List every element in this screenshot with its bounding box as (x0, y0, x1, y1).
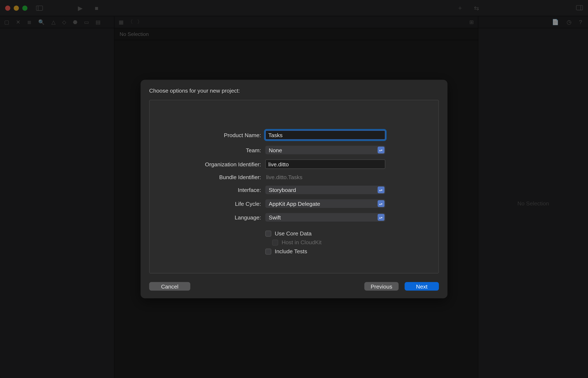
project-navigator-icon[interactable]: ▢ (4, 19, 9, 25)
bundle-id-value: live.ditto.Tasks (265, 174, 385, 181)
interface-select[interactable]: Storyboard ▴▾ (265, 186, 385, 194)
previous-button[interactable]: Previous (364, 282, 399, 291)
chevron-updown-icon: ▴▾ (378, 187, 385, 193)
new-project-options-sheet: Choose options for your new project: Pro… (140, 80, 447, 298)
language-select-value: Swift (269, 214, 281, 220)
chevron-updown-icon: ▴▾ (378, 214, 385, 221)
lifecycle-select-value: AppKit App Delegate (269, 200, 320, 207)
right-sidebar: No Selection (478, 28, 588, 378)
team-select[interactable]: None ▴▾ (265, 146, 385, 154)
window-controls (5, 5, 27, 11)
toggle-navigator-icon[interactable] (36, 4, 43, 11)
zoom-window-button[interactable] (22, 5, 27, 11)
xcode-window: ▶ ■ ＋ ⇆ ▢ ✕ ≣ 🔍 △ ◇ ⬣ ▭ ▤ ▦ 〈 〉 ⊞ (0, 0, 588, 378)
forward-icon[interactable]: 〉 (137, 18, 142, 26)
symbol-navigator-icon[interactable]: ≣ (27, 19, 31, 25)
chevron-updown-icon: ▴▾ (378, 200, 385, 207)
use-core-data-row: Use Core Data (265, 230, 430, 237)
chevron-updown-icon: ▴▾ (378, 147, 385, 153)
history-inspector-icon[interactable]: ◷ (567, 19, 571, 26)
svg-rect-0 (36, 6, 43, 10)
cancel-button[interactable]: Cancel (149, 282, 190, 291)
run-controls: ▶ ■ (78, 4, 98, 11)
source-control-navigator-icon[interactable]: ✕ (16, 19, 20, 25)
add-editor-icon[interactable]: ⊞ (469, 19, 474, 25)
bundle-id-label: Bundle Identifier: (158, 174, 261, 181)
close-window-button[interactable] (5, 5, 10, 11)
inspector-no-selection-label: No Selection (517, 200, 549, 206)
modal-title: Choose options for your new project: (149, 87, 439, 94)
modal-footer: Cancel Previous Next (149, 282, 439, 291)
related-items-icon[interactable]: ▦ (119, 19, 123, 25)
code-review-icon[interactable]: ⇆ (474, 4, 479, 11)
breakpoint-navigator-icon[interactable]: ▭ (84, 19, 89, 25)
modal-form: Product Name: Team: None ▴▾ Organization… (149, 100, 439, 274)
back-icon[interactable]: 〈 (128, 18, 133, 26)
report-navigator-icon[interactable]: ▤ (95, 19, 100, 25)
toggle-inspector-icon[interactable] (576, 4, 583, 11)
svg-rect-2 (576, 5, 583, 10)
run-button-icon[interactable]: ▶ (78, 4, 82, 11)
quick-help-icon[interactable]: ? (579, 19, 582, 26)
host-cloudkit-checkbox (272, 239, 278, 245)
find-navigator-icon[interactable]: 🔍 (38, 19, 45, 25)
left-sidebar (0, 28, 114, 378)
titlebar: ▶ ■ ＋ ⇆ (0, 0, 588, 16)
navigator-bar: ▢ ✕ ≣ 🔍 △ ◇ ⬣ ▭ ▤ ▦ 〈 〉 ⊞ 📄 ◷ ? (0, 16, 588, 28)
product-name-label: Product Name: (158, 132, 261, 138)
next-button[interactable]: Next (405, 282, 439, 291)
editor-path-bar: No Selection (114, 28, 478, 40)
lifecycle-label: Life Cycle: (158, 200, 261, 207)
minimize-window-button[interactable] (14, 5, 19, 11)
debug-navigator-icon[interactable]: ⬣ (73, 19, 77, 25)
org-id-input[interactable] (265, 159, 385, 169)
host-cloudkit-label: Host in CloudKit (282, 239, 321, 246)
interface-select-value: Storyboard (269, 187, 296, 193)
host-cloudkit-row: Host in CloudKit (272, 239, 430, 246)
use-core-data-checkbox[interactable] (265, 230, 271, 236)
include-tests-checkbox[interactable] (265, 248, 271, 255)
library-add-icon[interactable]: ＋ (457, 4, 463, 12)
stop-button-icon[interactable]: ■ (95, 4, 98, 11)
issue-navigator-icon[interactable]: △ (52, 19, 55, 25)
inspector-tabs: 📄 ◷ ? (478, 16, 588, 28)
file-inspector-icon[interactable]: 📄 (552, 19, 559, 26)
team-label: Team: (158, 147, 261, 153)
interface-label: Interface: (158, 187, 261, 193)
include-tests-row: Include Tests (265, 248, 430, 255)
language-select[interactable]: Swift ▴▾ (265, 213, 385, 222)
language-label: Language: (158, 214, 261, 220)
editor-no-selection-label: No Selection (120, 31, 149, 37)
navigator-tabs: ▢ ✕ ≣ 🔍 △ ◇ ⬣ ▭ ▤ (0, 16, 114, 28)
include-tests-label: Include Tests (275, 248, 307, 255)
lifecycle-select[interactable]: AppKit App Delegate ▴▾ (265, 199, 385, 208)
use-core-data-label: Use Core Data (275, 230, 311, 237)
test-navigator-icon[interactable]: ◇ (62, 19, 66, 25)
team-select-value: None (269, 147, 282, 153)
product-name-input[interactable] (265, 130, 385, 140)
org-id-label: Organization Identifier: (158, 161, 261, 167)
editor-tab-controls: ▦ 〈 〉 ⊞ (114, 16, 478, 28)
